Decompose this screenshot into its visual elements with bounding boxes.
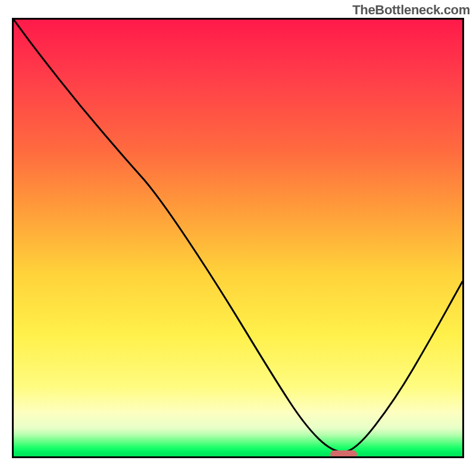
plot-area [12,18,464,458]
optimal-marker [330,450,357,458]
bottleneck-curve [14,20,462,452]
chart-container: TheBottleneck.com [0,0,476,476]
curve-svg [14,20,462,456]
watermark-text: TheBottleneck.com [352,2,470,18]
